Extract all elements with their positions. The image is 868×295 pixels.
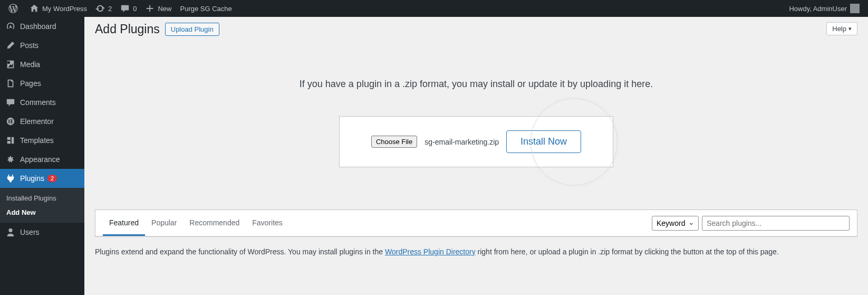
- comments-count: 0: [133, 5, 137, 13]
- comments-link[interactable]: 0: [116, 0, 141, 17]
- sidebar-item-comments[interactable]: Comments: [0, 93, 84, 112]
- sidebar-item-label: Comments: [20, 98, 56, 107]
- svg-rect-3: [11, 121, 13, 122]
- site-name-link[interactable]: My WordPress: [25, 0, 91, 17]
- users-icon: [5, 227, 16, 237]
- templates-icon: [5, 135, 16, 146]
- submenu-installed-plugins[interactable]: Installed Plugins: [0, 191, 84, 205]
- sidebar-item-pages[interactable]: Pages: [0, 74, 84, 93]
- search-plugins-input[interactable]: [702, 216, 850, 231]
- updates-link[interactable]: 2: [91, 0, 116, 17]
- upload-plugin-button[interactable]: Upload Plugin: [165, 23, 219, 36]
- update-icon: [95, 4, 105, 13]
- plus-icon: [145, 4, 155, 13]
- sidebar-item-appearance[interactable]: Appearance: [0, 150, 84, 169]
- svg-rect-2: [11, 119, 13, 120]
- tab-recommended[interactable]: Recommended: [183, 210, 246, 236]
- comments-icon: [5, 97, 16, 108]
- purge-label: Purge SG Cache: [180, 5, 232, 13]
- sidebar-item-templates[interactable]: Templates: [0, 131, 84, 150]
- sidebar-item-users[interactable]: Users: [0, 223, 84, 242]
- wp-logo-link[interactable]: [4, 0, 25, 17]
- description-pre: Plugins extend and expand the functional…: [95, 248, 385, 256]
- sidebar-item-label: Templates: [20, 136, 54, 145]
- comment-icon: [120, 4, 130, 13]
- help-tab[interactable]: Help: [826, 22, 857, 35]
- admin-bar: My WordPress 2 0 New Purge SG Cache Howd…: [0, 0, 868, 17]
- elementor-icon: [5, 116, 16, 127]
- appearance-icon: [5, 154, 16, 165]
- admin-menu: Dashboard Posts Media Pages Comments Ele…: [0, 17, 84, 295]
- new-label: New: [158, 5, 171, 13]
- plugins-submenu: Installed Plugins Add New: [0, 188, 84, 223]
- svg-rect-1: [8, 119, 9, 123]
- sidebar-item-label: Plugins: [20, 174, 44, 183]
- sidebar-item-elementor[interactable]: Elementor: [0, 112, 84, 131]
- submenu-add-new[interactable]: Add New: [0, 205, 84, 220]
- sidebar-item-label: Posts: [20, 41, 38, 50]
- media-icon: [5, 59, 16, 70]
- plugin-filter-section: Featured Popular Recommended Favorites K…: [95, 210, 857, 237]
- my-account-link[interactable]: Howdy, AdminUser: [785, 0, 864, 17]
- site-name-label: My WordPress: [42, 5, 87, 13]
- plugins-icon: [5, 173, 16, 184]
- page-title: Add Plugins: [95, 22, 160, 36]
- updates-count: 2: [108, 5, 112, 13]
- selected-file-name: sg-email-marketing.zip: [425, 138, 499, 146]
- sidebar-item-label: Elementor: [20, 117, 54, 126]
- sidebar-item-label: Media: [20, 60, 40, 69]
- sidebar-item-dashboard[interactable]: Dashboard: [0, 17, 84, 36]
- content-area: Help Add Plugins Upload Plugin If you ha…: [84, 17, 868, 295]
- pages-icon: [5, 78, 16, 89]
- tab-favorites[interactable]: Favorites: [246, 210, 289, 236]
- upload-instructions: If you have a plugin in a .zip format, y…: [95, 79, 857, 90]
- tab-popular[interactable]: Popular: [145, 210, 183, 236]
- plugin-directory-link[interactable]: WordPress Plugin Directory: [385, 248, 476, 256]
- svg-rect-4: [11, 122, 13, 123]
- upload-form: Choose File sg-email-marketing.zip Insta…: [339, 116, 613, 167]
- description-post: right from here, or upload a plugin in .…: [476, 248, 779, 256]
- home-icon: [30, 4, 39, 13]
- sidebar-item-plugins[interactable]: Plugins 2: [0, 169, 84, 188]
- sidebar-item-label: Users: [20, 228, 40, 236]
- sidebar-item-label: Dashboard: [20, 22, 56, 31]
- plugins-update-badge: 2: [47, 175, 57, 182]
- sidebar-item-media[interactable]: Media: [0, 55, 84, 74]
- tab-featured[interactable]: Featured: [103, 210, 145, 236]
- howdy-label: Howdy, AdminUser: [789, 5, 847, 13]
- search-type-select[interactable]: Keyword: [652, 216, 699, 231]
- dashboard-icon: [5, 21, 16, 32]
- install-now-button[interactable]: Install Now: [506, 130, 581, 153]
- sidebar-item-posts[interactable]: Posts: [0, 36, 84, 55]
- wordpress-logo-icon: [8, 4, 18, 13]
- choose-file-button[interactable]: Choose File: [371, 136, 417, 148]
- sidebar-item-label: Appearance: [20, 155, 60, 164]
- plugins-description: Plugins extend and expand the functional…: [84, 237, 868, 270]
- purge-cache-link[interactable]: Purge SG Cache: [176, 0, 236, 17]
- avatar: [850, 4, 860, 13]
- posts-icon: [5, 40, 16, 51]
- new-content-link[interactable]: New: [141, 0, 176, 17]
- sidebar-item-label: Pages: [20, 79, 41, 88]
